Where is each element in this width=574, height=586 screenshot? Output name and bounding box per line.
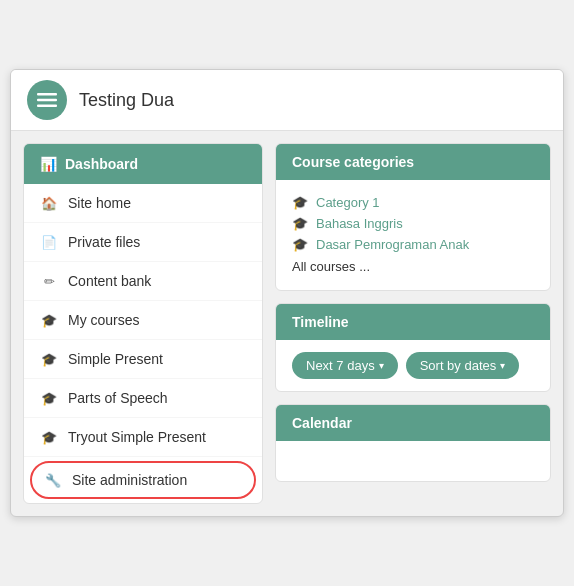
svg-rect-1 [37, 99, 57, 102]
sidebar-item-label: Content bank [68, 273, 151, 289]
file-icon: 📄 [40, 233, 58, 251]
mortarboard-icon: 🎓 [40, 311, 58, 329]
next-7-days-label: Next 7 days [306, 358, 375, 373]
mortarboard-icon: 🎓 [40, 350, 58, 368]
svg-rect-2 [37, 105, 57, 108]
sidebar-item-tryout-simple-present[interactable]: 🎓 Tryout Simple Present [24, 418, 262, 457]
main-window: Testing Dua 📊 Dashboard 🏠 Site home 📄 Pr… [10, 69, 564, 517]
sidebar-item-label: Simple Present [68, 351, 163, 367]
sidebar-header: 📊 Dashboard [24, 144, 262, 184]
calendar-header: Calendar [276, 405, 550, 441]
category-label: Category 1 [316, 195, 380, 210]
next-7-days-button[interactable]: Next 7 days ▾ [292, 352, 398, 379]
sidebar-item-label: Site home [68, 195, 131, 211]
svg-rect-0 [37, 93, 57, 96]
sidebar-item-label: My courses [68, 312, 140, 328]
chevron-down-icon: ▾ [500, 360, 505, 371]
calendar-card: Calendar [275, 404, 551, 482]
timeline-header: Timeline [276, 304, 550, 340]
main-content: 📊 Dashboard 🏠 Site home 📄 Private files … [11, 131, 563, 516]
category-item-1[interactable]: 🎓 Category 1 [292, 192, 534, 213]
sidebar-item-simple-present[interactable]: 🎓 Simple Present [24, 340, 262, 379]
category-label: Dasar Pemrograman Anak [316, 237, 469, 252]
sidebar-item-content-bank[interactable]: ✏ Content bank [24, 262, 262, 301]
mortarboard-icon: 🎓 [40, 389, 58, 407]
all-courses-link[interactable]: All courses ... [292, 255, 534, 278]
category-item-2[interactable]: 🎓 Bahasa Inggris [292, 213, 534, 234]
sidebar-item-my-courses[interactable]: 🎓 My courses [24, 301, 262, 340]
course-categories-card: Course categories 🎓 Category 1 🎓 Bahasa … [275, 143, 551, 291]
dashboard-icon: 📊 [40, 156, 57, 172]
course-categories-header: Course categories [276, 144, 550, 180]
pen-icon: ✏ [40, 272, 58, 290]
wrench-icon: 🔧 [44, 471, 62, 489]
category-item-3[interactable]: 🎓 Dasar Pemrograman Anak [292, 234, 534, 255]
sort-by-dates-button[interactable]: Sort by dates ▾ [406, 352, 520, 379]
home-icon: 🏠 [40, 194, 58, 212]
sidebar-item-site-administration[interactable]: 🔧 Site administration [30, 461, 256, 499]
right-panel: Course categories 🎓 Category 1 🎓 Bahasa … [275, 143, 551, 504]
mortarboard-icon: 🎓 [40, 428, 58, 446]
sidebar-item-label: Private files [68, 234, 140, 250]
category-icon: 🎓 [292, 237, 308, 252]
app-title: Testing Dua [79, 90, 174, 111]
calendar-body [276, 441, 550, 481]
sidebar-item-label: Tryout Simple Present [68, 429, 206, 445]
timeline-buttons: Next 7 days ▾ Sort by dates ▾ [276, 340, 550, 391]
category-label: Bahasa Inggris [316, 216, 403, 231]
category-icon: 🎓 [292, 216, 308, 231]
sidebar-item-parts-of-speech[interactable]: 🎓 Parts of Speech [24, 379, 262, 418]
sidebar-item-site-home[interactable]: 🏠 Site home [24, 184, 262, 223]
sidebar-header-label: Dashboard [65, 156, 138, 172]
sidebar-item-label: Site administration [72, 472, 187, 488]
timeline-card: Timeline Next 7 days ▾ Sort by dates ▾ [275, 303, 551, 392]
top-bar: Testing Dua [11, 70, 563, 131]
sidebar-item-label: Parts of Speech [68, 390, 168, 406]
chevron-down-icon: ▾ [379, 360, 384, 371]
category-icon: 🎓 [292, 195, 308, 210]
sidebar: 📊 Dashboard 🏠 Site home 📄 Private files … [23, 143, 263, 504]
sort-by-dates-label: Sort by dates [420, 358, 497, 373]
course-categories-body: 🎓 Category 1 🎓 Bahasa Inggris 🎓 Dasar Pe… [276, 180, 550, 290]
sidebar-item-private-files[interactable]: 📄 Private files [24, 223, 262, 262]
hamburger-button[interactable] [27, 80, 67, 120]
